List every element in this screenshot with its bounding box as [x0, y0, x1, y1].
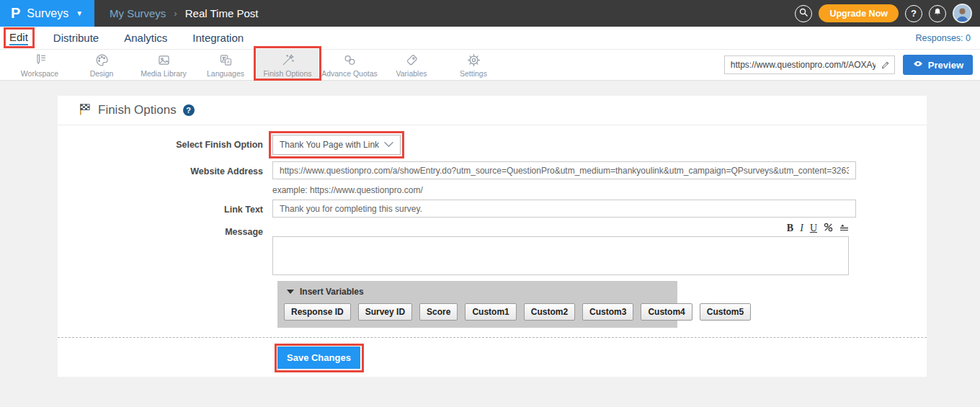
languages-icon: A	[218, 53, 233, 68]
workspace-icon	[32, 53, 48, 68]
chevron-down-icon	[384, 140, 393, 150]
tab-distribute[interactable]: Distribute	[53, 32, 99, 44]
eye-icon	[912, 59, 924, 71]
save-changes-button[interactable]: Save Changes	[277, 346, 360, 369]
variable-button-custom3[interactable]: Custom3	[582, 303, 633, 321]
finish-options-form: Select Finish Option Thank You Page with…	[58, 125, 927, 371]
variable-button-custom5[interactable]: Custom5	[700, 303, 751, 321]
toolbar-label: Settings	[460, 69, 487, 78]
top-header: P Surveys ▼ My Surveys › Real Time Post …	[0, 0, 980, 27]
insert-variables-panel: Insert Variables Response ID Survey ID S…	[277, 281, 677, 328]
link-text-row: Link Text	[58, 200, 927, 218]
toolbar-item-media-library[interactable]: Media Library	[133, 50, 195, 80]
search-icon	[798, 7, 808, 19]
website-address-input[interactable]	[272, 161, 856, 179]
finish-options-help-button[interactable]: ?	[183, 104, 195, 116]
variable-button-survey-id[interactable]: Survey ID	[358, 303, 412, 321]
toolbar-item-design[interactable]: Design	[71, 50, 133, 80]
breadcrumb-separator-icon: ›	[174, 8, 177, 19]
save-changes-label: Save Changes	[287, 352, 351, 363]
link-text-label: Link Text	[58, 200, 272, 218]
survey-url-wrap	[724, 55, 895, 74]
insert-variables-toggle[interactable]: Insert Variables	[284, 285, 671, 297]
variables-icon	[404, 53, 419, 68]
variable-button-response-id[interactable]: Response ID	[284, 303, 351, 321]
tab-edit-label: Edit	[9, 31, 28, 43]
italic-button[interactable]: I	[800, 223, 803, 233]
header-actions: Upgrade Now ?	[795, 4, 980, 23]
toolbar-item-advance-quotas[interactable]: Advance Quotas	[318, 50, 380, 80]
toolbar-label: Advance Quotas	[321, 69, 378, 78]
toolbar-label: Finish Options	[263, 69, 311, 78]
breadcrumb: My Surveys › Real Time Post	[110, 7, 258, 19]
website-address-row: Website Address	[58, 161, 927, 179]
variable-button-score[interactable]: Score	[419, 303, 458, 321]
survey-tab-bar: Edit Distribute Analytics Integration Re…	[0, 27, 980, 49]
checkered-flag-icon	[78, 102, 92, 119]
survey-url-input[interactable]	[724, 55, 895, 74]
website-address-example: example: https://www.questionpro.com/	[272, 185, 927, 195]
search-button[interactable]	[795, 5, 812, 22]
message-textarea[interactable]	[272, 236, 849, 275]
product-name: Surveys	[27, 7, 68, 20]
message-row: Message B I U	[58, 222, 927, 275]
edit-url-pencil-icon[interactable]	[881, 60, 891, 73]
toolbar-right: Preview	[724, 50, 980, 80]
variable-button-custom4[interactable]: Custom4	[641, 303, 692, 321]
finish-option-selected-value: Thank You Page with Link	[280, 140, 379, 150]
toolbar-label: Design	[90, 69, 114, 78]
help-button[interactable]: ?	[905, 5, 922, 22]
questionpro-logo-icon: P	[11, 5, 20, 22]
tab-analytics[interactable]: Analytics	[124, 32, 167, 44]
settings-icon	[466, 53, 481, 68]
preview-label: Preview	[928, 60, 963, 71]
design-icon	[94, 53, 110, 68]
variable-button-custom2[interactable]: Custom2	[524, 303, 575, 321]
media-library-icon	[156, 53, 172, 68]
finish-option-row: Select Finish Option Thank You Page with…	[58, 135, 927, 155]
toolbar-item-workspace[interactable]: Workspace	[9, 50, 71, 80]
toolbar-label: Workspace	[21, 69, 58, 78]
toolbar-item-languages[interactable]: A Languages	[195, 50, 257, 80]
finish-options-panel: Finish Options ? Select Finish Option Th…	[58, 96, 927, 377]
finish-option-label: Select Finish Option	[58, 135, 272, 155]
upgrade-now-button[interactable]: Upgrade Now	[819, 4, 899, 22]
underline-button[interactable]: U	[810, 223, 817, 233]
bell-icon	[932, 7, 943, 19]
tab-edit[interactable]: Edit	[9, 31, 28, 45]
link-button[interactable]	[824, 223, 833, 234]
breadcrumb-my-surveys[interactable]: My Surveys	[110, 7, 166, 19]
bold-button[interactable]: B	[787, 223, 793, 233]
tab-integration[interactable]: Integration	[192, 32, 244, 44]
variable-buttons: Response ID Survey ID Score Custom1 Cust…	[284, 303, 671, 321]
toolbar-label: Variables	[396, 69, 427, 78]
horizontal-rule-button[interactable]	[839, 223, 849, 234]
finish-options-icon	[280, 53, 295, 68]
content-area: Finish Options ? Select Finish Option Th…	[0, 81, 980, 377]
responses-count: Responses: 0	[916, 33, 971, 43]
toolbar-item-finish-options[interactable]: Finish Options	[257, 50, 318, 80]
message-field: B I U	[272, 222, 849, 275]
toolbar-item-settings[interactable]: Settings	[442, 50, 504, 80]
toolbar-label: Languages	[207, 69, 244, 78]
notifications-button[interactable]	[929, 5, 946, 22]
toolbar-item-variables[interactable]: Variables	[380, 50, 442, 80]
insert-variables-title: Insert Variables	[300, 287, 364, 297]
avatar[interactable]	[953, 4, 972, 23]
triangle-down-icon	[287, 290, 294, 294]
toolbar-label: Media Library	[141, 69, 187, 78]
advance-quotas-icon	[342, 53, 357, 68]
preview-button[interactable]: Preview	[903, 55, 973, 75]
message-format-toolbar: B I U	[272, 222, 849, 235]
message-label: Message	[58, 222, 272, 275]
chevron-down-icon: ▼	[76, 9, 83, 17]
save-row: Save Changes	[58, 338, 927, 371]
edit-toolbar: Workspace Design Media Library A Languag…	[0, 49, 980, 81]
website-address-label: Website Address	[58, 161, 272, 179]
panel-header: Finish Options ?	[58, 96, 927, 125]
finish-option-select[interactable]: Thank You Page with Link	[272, 135, 401, 155]
user-photo-icon	[954, 12, 971, 23]
link-text-input[interactable]	[272, 200, 856, 218]
variable-button-custom1[interactable]: Custom1	[465, 303, 516, 321]
app-logo[interactable]: P Surveys ▼	[0, 0, 94, 27]
